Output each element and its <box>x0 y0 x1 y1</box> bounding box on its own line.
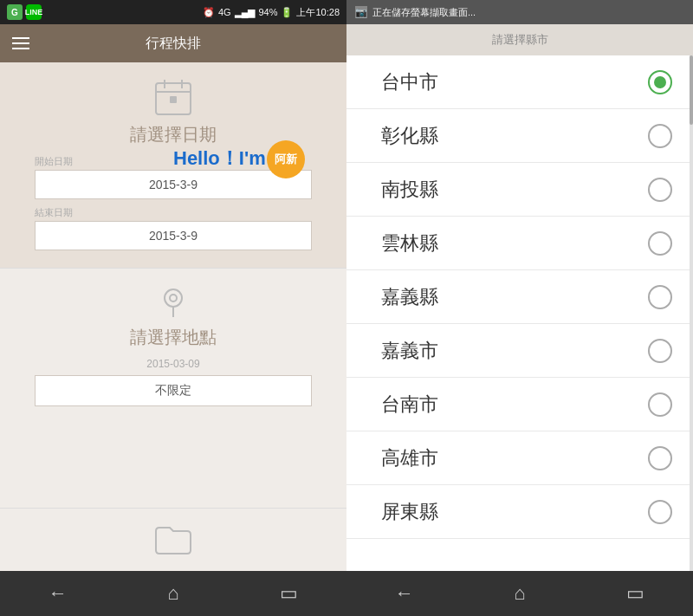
list-header: 請選擇縣市 <box>346 24 693 55</box>
start-date-input[interactable]: 2015-3-9 <box>35 170 312 199</box>
right-recent-button[interactable]: ▭ <box>609 576 661 611</box>
list-item[interactable]: 屏東縣 <box>346 485 693 539</box>
radio-button[interactable] <box>648 446 672 470</box>
alarm-icon: ⏰ <box>203 7 215 18</box>
city-label: 台中市 <box>381 69 438 95</box>
main-content: + 請選擇日期 開始日期 2015-3-9 結束日期 2015-3-9 請選擇地… <box>0 62 346 571</box>
hamburger-menu-button[interactable] <box>12 37 29 49</box>
location-input[interactable]: 不限定 <box>35 375 312 406</box>
radio-button[interactable] <box>648 124 672 148</box>
scrollbar-thumb <box>690 55 693 125</box>
list-item[interactable]: 嘉義縣 <box>346 270 693 324</box>
left-phone-panel: G LINE ⏰ 4G ▂▄▆ 94% 🔋 上午10:28 行程快排 <box>0 0 346 616</box>
radio-inner-dot <box>654 76 666 88</box>
right-status-bar: 📷 正在儲存螢幕擷取畫面... <box>346 0 693 24</box>
end-date-label: 結束日期 <box>35 206 73 219</box>
signal-4g: 4G <box>218 7 231 17</box>
menu-line-1 <box>12 37 29 39</box>
end-date-input[interactable]: 2015-3-9 <box>35 221 312 250</box>
radio-button[interactable] <box>648 339 672 363</box>
right-home-button[interactable]: ⌂ <box>494 576 546 611</box>
city-label: 雲林縣 <box>381 230 438 256</box>
list-item[interactable]: 嘉義市 <box>346 324 693 378</box>
location-section: 請選擇地點 2015-03-09 不限定 <box>0 268 346 417</box>
start-date-label: 開始日期 <box>35 155 73 168</box>
list-item[interactable]: 高雄市 <box>346 431 693 485</box>
city-label: 彰化縣 <box>381 123 438 149</box>
radio-button[interactable] <box>648 178 672 202</box>
list-item[interactable]: 雲林縣 <box>346 217 693 270</box>
battery-pct: 94% <box>258 7 277 17</box>
location-pin-icon <box>154 282 192 321</box>
battery-icon: 🔋 <box>281 7 293 18</box>
menu-line-3 <box>12 48 29 49</box>
axin-badge: 阿新 <box>267 140 305 178</box>
svg-text:+: + <box>172 96 176 104</box>
signal-bars: ▂▄▆ <box>235 7 256 18</box>
list-item[interactable]: 台南市 <box>346 378 693 431</box>
location-date-small: 2015-03-09 <box>146 358 199 370</box>
city-label: 嘉義縣 <box>381 284 438 310</box>
nav-title: 行程快排 <box>146 35 201 53</box>
folder-section <box>0 508 346 571</box>
svg-point-7 <box>170 295 177 302</box>
google-icon: G <box>7 4 23 20</box>
line-icon: LINE <box>26 4 42 20</box>
calendar-icon: + <box>152 76 194 118</box>
left-nav-bar: 行程快排 <box>0 24 346 62</box>
left-bottom-nav: ← ⌂ ▭ <box>0 571 346 616</box>
radio-button[interactable] <box>648 392 672 417</box>
folder-icon <box>154 521 192 559</box>
location-section-title: 請選擇地點 <box>130 326 217 349</box>
radio-button[interactable] <box>648 231 672 256</box>
recent-button[interactable]: ▭ <box>262 576 314 611</box>
city-label: 台南市 <box>381 392 438 418</box>
status-bar-right-info: ⏰ 4G ▂▄▆ 94% 🔋 上午10:28 <box>203 6 340 19</box>
radio-button[interactable] <box>648 285 672 309</box>
right-back-button[interactable]: ← <box>379 576 431 611</box>
city-label: 屏東縣 <box>381 499 438 525</box>
city-label: 高雄市 <box>381 445 438 471</box>
date-section-title: 請選擇日期 <box>130 123 217 146</box>
menu-line-2 <box>12 42 29 44</box>
radio-button[interactable] <box>648 500 672 524</box>
list-item[interactable]: 彰化縣 <box>346 109 693 163</box>
city-label: 嘉義市 <box>381 338 438 364</box>
city-label: 南投縣 <box>381 177 438 203</box>
home-button[interactable]: ⌂ <box>147 576 199 611</box>
status-bar-left-icons: G LINE <box>7 4 42 20</box>
saving-text: 正在儲存螢幕擷取畫面... <box>372 6 476 19</box>
list-item[interactable]: 台中市 <box>346 55 693 109</box>
city-list[interactable]: 台中市彰化縣南投縣雲林縣嘉義縣嘉義市台南市高雄市屏東縣 <box>346 55 693 571</box>
left-status-bar: G LINE ⏰ 4G ▂▄▆ 94% 🔋 上午10:28 <box>0 0 346 24</box>
radio-button[interactable] <box>648 70 672 94</box>
svg-point-6 <box>165 289 182 307</box>
list-item[interactable]: 南投縣 <box>346 163 693 217</box>
scrollbar <box>690 55 693 571</box>
back-button[interactable]: ← <box>32 576 84 611</box>
right-bottom-nav: ← ⌂ ▭ <box>346 571 693 616</box>
right-phone-panel: 📷 正在儲存螢幕擷取畫面... 請選擇縣市 台中市彰化縣南投縣雲林縣嘉義縣嘉義市… <box>346 0 693 616</box>
time-display: 上午10:28 <box>296 6 340 19</box>
saving-icon: 📷 <box>355 6 367 18</box>
